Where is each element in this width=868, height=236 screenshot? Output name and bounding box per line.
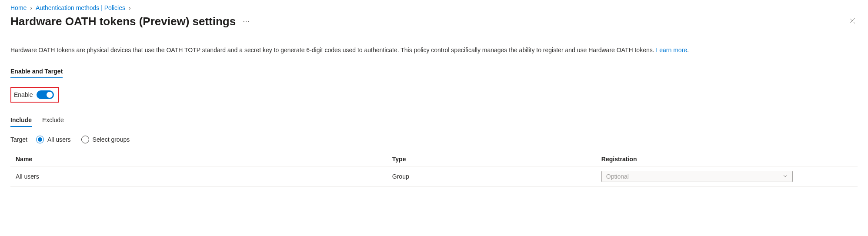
breadcrumb: Home › Authentication methods | Policies… (10, 4, 858, 11)
cell-registration: Optional (601, 171, 852, 182)
title-row: Hardware OATH tokens (Preview) settings … (10, 15, 858, 28)
table-row: All users Group Optional (10, 166, 858, 187)
target-row: Target All users Select groups (10, 136, 858, 143)
radio-all-users[interactable]: All users (36, 136, 71, 143)
tab-enable-target[interactable]: Enable and Target (10, 65, 63, 78)
target-radio-group: All users Select groups (36, 136, 130, 143)
enable-label: Enable (14, 91, 33, 98)
target-label: Target (10, 136, 27, 143)
description-text: Hardware OATH tokens are physical device… (10, 47, 656, 53)
registration-select-value: Optional (606, 173, 629, 180)
radio-select-groups-label: Select groups (93, 136, 130, 143)
breadcrumb-home[interactable]: Home (10, 4, 27, 11)
toggle-thumb (47, 92, 53, 98)
chevron-right-icon: › (129, 4, 131, 11)
enable-row: Enable (10, 87, 59, 103)
radio-circle (81, 136, 89, 143)
description: Hardware OATH tokens are physical device… (10, 46, 858, 55)
tab-include[interactable]: Include (10, 115, 32, 127)
primary-tabs: Enable and Target (10, 65, 858, 78)
page-title: Hardware OATH tokens (Preview) settings (10, 15, 236, 28)
cell-name: All users (16, 173, 392, 180)
column-header-type[interactable]: Type (392, 156, 601, 163)
secondary-tabs: Include Exclude (10, 115, 858, 127)
registration-select[interactable]: Optional (601, 171, 793, 182)
tab-exclude[interactable]: Exclude (42, 115, 64, 127)
more-actions-button[interactable]: ⋯ (243, 17, 250, 26)
chevron-down-icon (783, 173, 788, 180)
column-header-name[interactable]: Name (16, 156, 392, 163)
title-left: Hardware OATH tokens (Preview) settings … (10, 15, 250, 28)
radio-circle (36, 136, 44, 143)
radio-all-users-label: All users (47, 136, 71, 143)
table-header: Name Type Registration (10, 152, 858, 166)
breadcrumb-auth-methods[interactable]: Authentication methods | Policies (36, 4, 125, 11)
radio-select-groups[interactable]: Select groups (81, 136, 130, 143)
cell-type: Group (392, 173, 601, 180)
enable-toggle[interactable] (37, 90, 54, 99)
radio-dot (38, 137, 42, 142)
close-icon (849, 17, 856, 24)
chevron-right-icon: › (30, 4, 32, 11)
target-table: Name Type Registration All users Group O… (10, 152, 858, 187)
close-button[interactable] (847, 16, 858, 28)
column-header-registration[interactable]: Registration (601, 156, 852, 163)
learn-more-link[interactable]: Learn more (656, 47, 688, 53)
